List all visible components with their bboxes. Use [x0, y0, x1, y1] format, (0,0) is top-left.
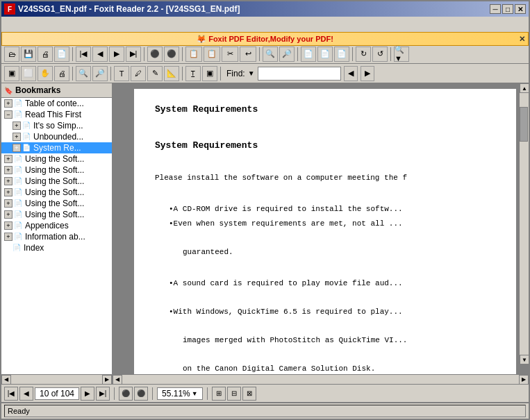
pdf-scrollbar-v[interactable]: ▲ ▼ — [519, 83, 529, 364]
expand-unbounded[interactable]: + — [13, 133, 21, 141]
find-input[interactable] — [258, 67, 341, 81]
sidebar-item-system-req[interactable]: + 📄 System Re... — [1, 142, 112, 153]
sidebar-item-using-soft-3[interactable]: + 📄 Using the Soft... — [1, 176, 112, 187]
nav-next-button[interactable]: ▶ — [81, 387, 94, 401]
minimize-button[interactable]: ─ — [490, 4, 501, 14]
expand-toc[interactable]: + — [4, 99, 13, 108]
expand-info[interactable]: + — [4, 233, 13, 241]
fit-width-button[interactable]: 📄 — [317, 47, 333, 62]
highlighter-button[interactable]: 🖊 — [131, 66, 146, 81]
search2-button[interactable]: 🔍 — [76, 66, 91, 81]
nav-play-button[interactable]: ⚫ — [119, 387, 133, 401]
scroll-thumb[interactable] — [520, 107, 528, 142]
pdf-indent-2: images merged with PhotoStitch as QuickT… — [155, 335, 495, 346]
expand-read-first[interactable]: − — [4, 110, 13, 119]
pdf-blank-2 — [155, 158, 495, 170]
scroll-up-arrow[interactable]: ▲ — [520, 83, 529, 93]
sidebar-item-using-soft-6[interactable]: + 📄 Using the Soft... — [1, 209, 112, 220]
hand-tool-button[interactable]: ✋ — [38, 66, 53, 81]
nav-prev-button[interactable]: ◀ — [19, 387, 33, 401]
sidebar-item-unbounded[interactable]: + 📄 Unbounded... — [1, 131, 112, 142]
nav-last-button[interactable]: ▶| — [96, 387, 110, 401]
rotate-cw-button[interactable]: ↻ — [356, 47, 371, 62]
zoom-dropdown-arrow[interactable]: ▼ — [192, 390, 198, 397]
undo-button[interactable]: ↩ — [240, 47, 256, 62]
expand-using-2[interactable]: + — [4, 166, 13, 174]
close-button[interactable]: ✕ — [515, 4, 526, 14]
pdf-scroll-right[interactable]: ▶ — [519, 375, 529, 385]
zoom-dropdown-button[interactable]: 🔍▼ — [394, 47, 409, 62]
nav-stop-button[interactable]: ⚫ — [134, 387, 148, 401]
text-select-button[interactable]: T — [114, 66, 129, 81]
scissors-button[interactable]: ✂ — [222, 47, 238, 62]
zoom-tool-button[interactable]: ⬜ — [21, 66, 36, 81]
expand-using-3[interactable]: + — [4, 177, 13, 185]
prev-page-button[interactable]: ◀ — [92, 47, 108, 62]
play-button[interactable]: ⚫ — [147, 47, 163, 62]
expand-appendices[interactable]: + — [4, 221, 13, 230]
last-page-button[interactable]: ▶| — [126, 47, 141, 62]
bookmarks-icon: 🔖 — [4, 87, 13, 94]
paste-button[interactable]: 📋 — [204, 47, 220, 62]
sidebar-scrollbar-h: ◀ ▶ — [1, 374, 112, 384]
email-button[interactable]: 📄 — [54, 47, 69, 62]
print-button[interactable]: 🖨 — [38, 47, 53, 62]
sidebar-item-read-first[interactable]: − 📄 Read This First — [1, 109, 112, 120]
open-button[interactable]: 🗁 — [4, 47, 19, 62]
expand-using-6[interactable]: + — [4, 210, 13, 219]
copy-button[interactable]: 📋 — [185, 47, 202, 62]
nav-view-btn3[interactable]: ⊠ — [242, 387, 256, 401]
search3-button[interactable]: 🔎 — [92, 66, 108, 81]
annotation-button[interactable]: ✎ — [147, 66, 163, 81]
doc-icon13: 📄 — [14, 233, 24, 241]
expand-its-so[interactable]: + — [13, 121, 21, 130]
expand-using-4[interactable]: + — [4, 188, 13, 196]
sidebar-item-using-soft-1[interactable]: + 📄 Using the Soft... — [1, 153, 112, 165]
rotate-ccw-button[interactable]: ↺ — [372, 47, 388, 62]
using-soft-4-label: Using the Soft... — [25, 187, 84, 197]
link-button[interactable]: ▣ — [202, 66, 217, 81]
expand-using-5[interactable]: + — [4, 199, 13, 208]
status-text: Ready — [8, 407, 30, 415]
maximize-button[interactable]: □ — [502, 4, 513, 14]
print2-button[interactable]: 🖨 — [54, 66, 69, 81]
foxit-ad-bar[interactable]: 🦊 Foxit PDF Editor,Modify your PDF! ✕ — [1, 32, 529, 46]
toolbar-row1: 🗁 💾 🖨 📄 |◀ ◀ ▶ ▶| ⚫ ⚫ 📋 📋 ✂ ↩ 🔍 🔎 📄 📄 📄 — [1, 44, 529, 64]
typewriter-button[interactable]: T̲ — [185, 66, 201, 81]
scroll-down-arrow[interactable]: ▼ — [520, 355, 529, 364]
sidebar-item-using-soft-2[interactable]: + 📄 Using the Soft... — [1, 165, 112, 176]
find-next-button[interactable]: ▶ — [361, 66, 374, 81]
find-prev-button[interactable]: ◀ — [344, 66, 358, 81]
nav-first-button[interactable]: |◀ — [4, 387, 18, 401]
stop-button[interactable]: ⚫ — [164, 47, 179, 62]
nav-view-btn2[interactable]: ⊟ — [227, 387, 241, 401]
select-tool-button[interactable]: ▣ — [4, 66, 19, 81]
sidebar-container: 🔖 Bookmarks + 📄 Table of conte... − 📄 Re… — [1, 83, 113, 384]
sidebar-item-appendices[interactable]: + 📄 Appendices — [1, 220, 112, 231]
sidebar-item-using-soft-4[interactable]: + 📄 Using the Soft... — [1, 187, 112, 198]
zoom-in-button[interactable]: 🔍 — [263, 47, 278, 62]
sidebar-item-information-ab[interactable]: + 📄 Information ab... — [1, 231, 112, 242]
actual-size-button[interactable]: 📄 — [334, 47, 349, 62]
sidebar-item-its-so-simple[interactable]: + 📄 It's so Simp... — [1, 120, 112, 131]
measure-button[interactable]: 📐 — [164, 66, 179, 81]
next-page-button[interactable]: ▶ — [109, 47, 124, 62]
ad-close-button[interactable]: ✕ — [519, 35, 525, 44]
fit-page-button[interactable]: 📄 — [301, 47, 316, 62]
sidebar-scroll-left[interactable]: ◀ — [1, 375, 11, 385]
pdf-scroll-left[interactable]: ◀ — [113, 375, 122, 385]
zoom-out-button[interactable]: 🔎 — [279, 47, 295, 62]
pdf-scroll-area[interactable]: ▲ ▼ System Requirements System Requireme… — [113, 83, 529, 374]
first-page-button[interactable]: |◀ — [76, 47, 91, 62]
save-button[interactable]: 💾 — [21, 47, 36, 62]
doc-icon10: 📄 — [14, 199, 24, 208]
nav-view-btn1[interactable]: ⊞ — [212, 387, 226, 401]
sidebar-scroll-right[interactable]: ▶ — [102, 375, 112, 385]
expand-system-req[interactable]: + — [13, 144, 21, 152]
sidebar-item-index[interactable]: 📄 Index — [1, 242, 112, 253]
sidebar-item-table-of-contents[interactable]: + 📄 Table of conte... — [1, 98, 112, 109]
information-ab-label: Information ab... — [25, 232, 85, 242]
find-dropdown-arrow[interactable]: ▼ — [248, 69, 255, 77]
expand-using-1[interactable]: + — [4, 155, 13, 163]
sidebar-item-using-soft-5[interactable]: + 📄 Using the Soft... — [1, 198, 112, 209]
